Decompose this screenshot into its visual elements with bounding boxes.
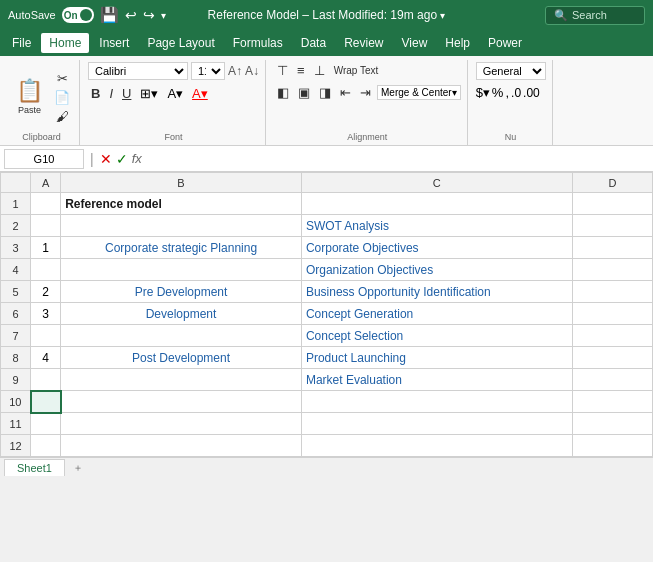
undo-icon[interactable]: ↩ <box>125 7 137 23</box>
cell-d3[interactable] <box>572 237 652 259</box>
cell-c11[interactable] <box>301 413 572 435</box>
cell-c9[interactable]: Market Evaluation <box>301 369 572 391</box>
align-left-button[interactable]: ◧ <box>274 84 292 101</box>
cell-b5[interactable]: Pre Development <box>61 281 302 303</box>
merge-center-button[interactable]: Merge & Center ▾ <box>377 85 461 100</box>
add-sheet-button[interactable]: ＋ <box>73 461 83 475</box>
save-icon[interactable]: 💾 <box>100 6 119 24</box>
row-header-11[interactable]: 11 <box>1 413 31 435</box>
align-bottom-button[interactable]: ⊥ <box>311 62 328 79</box>
dollar-button[interactable]: $▾ <box>476 85 490 100</box>
cell-a11[interactable] <box>31 413 61 435</box>
cell-c2[interactable]: SWOT Analysis <box>301 215 572 237</box>
increase-decimal-button[interactable]: .00 <box>523 86 540 100</box>
bold-button[interactable]: B <box>88 85 103 102</box>
align-right-button[interactable]: ◨ <box>316 84 334 101</box>
cell-a8[interactable]: 4 <box>31 347 61 369</box>
cut-button[interactable]: ✂ <box>51 70 73 87</box>
menu-home[interactable]: Home <box>41 33 89 53</box>
cell-b9[interactable] <box>61 369 302 391</box>
number-format-select[interactable]: General <box>476 62 546 80</box>
cell-c3[interactable]: Corporate Objectives <box>301 237 572 259</box>
search-box[interactable]: 🔍 Search <box>545 6 645 25</box>
menu-power[interactable]: Power <box>480 33 530 53</box>
increase-font-icon[interactable]: A↑ <box>228 64 242 78</box>
col-header-a[interactable]: A <box>31 173 61 193</box>
cell-c8[interactable]: Product Launching <box>301 347 572 369</box>
row-header-2[interactable]: 2 <box>1 215 31 237</box>
wrap-text-button[interactable]: Wrap Text <box>331 64 382 77</box>
cell-c6[interactable]: Concept Generation <box>301 303 572 325</box>
cell-d9[interactable] <box>572 369 652 391</box>
cell-c4[interactable]: Organization Objectives <box>301 259 572 281</box>
cell-d5[interactable] <box>572 281 652 303</box>
cell-d7[interactable] <box>572 325 652 347</box>
cell-d12[interactable] <box>572 435 652 457</box>
increase-indent-button[interactable]: ⇥ <box>357 84 374 101</box>
row-header-8[interactable]: 8 <box>1 347 31 369</box>
cell-b8[interactable]: Post Development <box>61 347 302 369</box>
menu-page-layout[interactable]: Page Layout <box>139 33 222 53</box>
row-header-10[interactable]: 10 <box>1 391 31 413</box>
cell-a5[interactable]: 2 <box>31 281 61 303</box>
cell-d1[interactable] <box>572 193 652 215</box>
font-size-select[interactable]: 11 <box>191 62 225 80</box>
cell-b2[interactable] <box>61 215 302 237</box>
cell-d8[interactable] <box>572 347 652 369</box>
row-header-4[interactable]: 4 <box>1 259 31 281</box>
underline-button[interactable]: U <box>119 85 134 102</box>
comma-button[interactable]: , <box>505 85 509 100</box>
autosave-toggle[interactable]: On <box>62 7 94 23</box>
redo-icon[interactable]: ↪ <box>143 7 155 23</box>
cell-a2[interactable] <box>31 215 61 237</box>
cell-c7[interactable]: Concept Selection <box>301 325 572 347</box>
cell-d6[interactable] <box>572 303 652 325</box>
cell-reference-input[interactable] <box>4 149 84 169</box>
menu-help[interactable]: Help <box>437 33 478 53</box>
cell-b10[interactable] <box>61 391 302 413</box>
col-header-b[interactable]: B <box>61 173 302 193</box>
cell-a10[interactable] <box>31 391 61 413</box>
sheet-tab-1[interactable]: Sheet1 <box>4 459 65 476</box>
cell-a4[interactable] <box>31 259 61 281</box>
italic-button[interactable]: I <box>106 85 116 102</box>
formula-cancel-icon[interactable]: ✕ <box>100 151 112 167</box>
cell-a1[interactable] <box>31 193 61 215</box>
decrease-indent-button[interactable]: ⇤ <box>337 84 354 101</box>
menu-view[interactable]: View <box>394 33 436 53</box>
row-header-5[interactable]: 5 <box>1 281 31 303</box>
cell-a12[interactable] <box>31 435 61 457</box>
cell-b1[interactable]: Reference model <box>61 193 302 215</box>
font-color-button[interactable]: A▾ <box>189 85 211 102</box>
menu-review[interactable]: Review <box>336 33 391 53</box>
cell-d11[interactable] <box>572 413 652 435</box>
cell-b11[interactable] <box>61 413 302 435</box>
menu-insert[interactable]: Insert <box>91 33 137 53</box>
cell-b6[interactable]: Development <box>61 303 302 325</box>
align-middle-button[interactable]: ≡ <box>294 62 308 79</box>
cell-a3[interactable]: 1 <box>31 237 61 259</box>
menu-formulas[interactable]: Formulas <box>225 33 291 53</box>
align-center-button[interactable]: ▣ <box>295 84 313 101</box>
title-dropdown-icon[interactable]: ▾ <box>440 10 445 21</box>
decrease-decimal-button[interactable]: .0 <box>511 86 521 100</box>
row-header-9[interactable]: 9 <box>1 369 31 391</box>
cell-d4[interactable] <box>572 259 652 281</box>
border-button[interactable]: ⊞▾ <box>137 85 161 102</box>
cell-b12[interactable] <box>61 435 302 457</box>
cell-b4[interactable] <box>61 259 302 281</box>
cell-c1[interactable] <box>301 193 572 215</box>
row-header-6[interactable]: 6 <box>1 303 31 325</box>
menu-file[interactable]: File <box>4 33 39 53</box>
row-header-7[interactable]: 7 <box>1 325 31 347</box>
row-header-3[interactable]: 3 <box>1 237 31 259</box>
copy-button[interactable]: 📄 <box>51 89 73 106</box>
cell-d10[interactable] <box>572 391 652 413</box>
cell-b7[interactable] <box>61 325 302 347</box>
decrease-font-icon[interactable]: A↓ <box>245 64 259 78</box>
highlight-color-button[interactable]: A▾ <box>164 85 186 102</box>
cell-b3[interactable]: Corporate strategic Planning <box>61 237 302 259</box>
toolbar-dropdown-icon[interactable]: ▾ <box>161 10 166 21</box>
col-header-d[interactable]: D <box>572 173 652 193</box>
percent-button[interactable]: % <box>492 85 504 100</box>
